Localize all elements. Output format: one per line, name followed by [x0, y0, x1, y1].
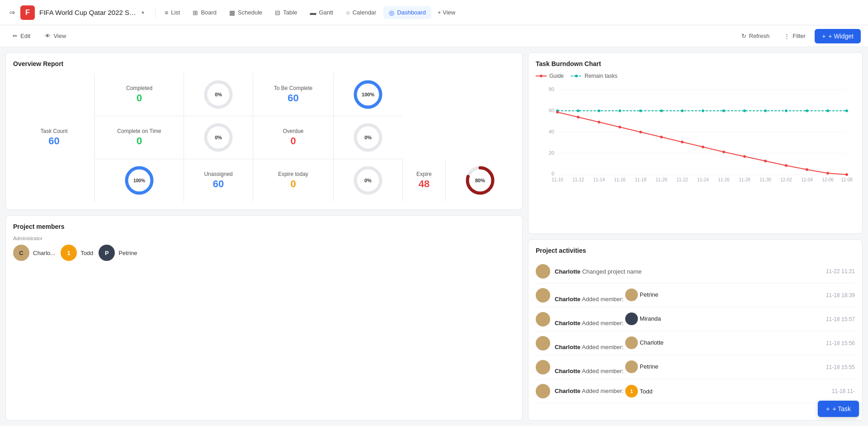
refresh-button[interactable]: ↻ Refresh [736, 30, 775, 42]
filter-icon: ⋮ [784, 33, 790, 39]
expire-today-donut-cell: 0% [333, 159, 402, 202]
add-task-button[interactable]: + + Task [818, 401, 859, 417]
chevron-down-icon: ▾ [142, 9, 144, 16]
edit-icon: ✏ [13, 33, 18, 39]
svg-point-28 [639, 109, 642, 112]
completed-donut-cell: 0% [184, 73, 253, 116]
add-view-button[interactable]: + View [433, 6, 460, 19]
svg-point-42 [618, 126, 621, 128]
activity-time-2: 11-18 18:39 [826, 292, 855, 298]
nav-list-label: List [171, 9, 180, 16]
nav-table-button[interactable]: ⊟ Table [269, 6, 302, 19]
svg-text:40: 40 [549, 129, 554, 134]
edit-label: Edit [20, 33, 30, 39]
nav-schedule-button[interactable]: ▦ Schedule [224, 6, 268, 19]
remain-line-icon [571, 74, 582, 78]
to-be-complete-label: To Be Complete [259, 85, 328, 92]
activity-actor-6: Charlotte [555, 388, 580, 394]
svg-point-49 [764, 160, 767, 162]
activity-member-2: Petrine [625, 289, 658, 301]
activity-text-1: Charlotte Changed project name [555, 268, 821, 275]
activity-text-6: Charlotte Added member: 1 Todd [555, 385, 827, 398]
activity-member-avatar-3 [625, 312, 638, 325]
unassigned-value: 60 [188, 178, 249, 190]
nav-board-label: Board [201, 9, 217, 16]
activity-member-name-5: Petrine [640, 363, 658, 370]
svg-text:11-24: 11-24 [697, 177, 709, 182]
members-section: Administrator C Charlo... 1 Todd P Petri… [13, 236, 515, 261]
nav-calendar-button[interactable]: ○ Calendar [340, 6, 382, 19]
member-name-todd: Todd [80, 250, 93, 256]
svg-point-43 [639, 131, 642, 133]
activity-actor-1: Charlotte [555, 268, 580, 275]
svg-point-34 [764, 109, 767, 112]
nav-toggle-button[interactable]: ⇒ [5, 5, 19, 19]
filter-button[interactable]: ⋮ Filter [778, 30, 811, 42]
unassigned-label-cell: Unassigned 60 [184, 159, 253, 202]
widget-button[interactable]: + + Widget [815, 29, 861, 43]
svg-point-38 [845, 109, 848, 112]
svg-point-13 [575, 75, 578, 77]
to-be-complete-cell: To Be Complete 60 [253, 73, 334, 116]
activity-action-5: Added member: [582, 368, 625, 374]
activity-actor-2: Charlotte [555, 296, 580, 303]
activity-item-2: Charlotte Added member: Petrine 11-18 18… [536, 284, 855, 308]
nav-dashboard-label: Dashboard [397, 9, 426, 16]
list-icon: ≡ [165, 9, 168, 16]
svg-text:12-04: 12-04 [801, 177, 813, 182]
svg-point-11 [540, 75, 542, 77]
completed-label: Completed [100, 85, 178, 92]
activity-time-6: 11-18 11- [832, 388, 855, 394]
complete-on-time-pct-label: 0% [215, 135, 222, 140]
burndown-chart-svg: 80 60 40 20 0 [536, 83, 855, 182]
activity-member-avatar-5 [625, 360, 638, 373]
activity-member-6: 1 Todd [625, 385, 652, 398]
svg-text:12-02: 12-02 [780, 177, 792, 182]
legend-remain: Remain tasks [571, 73, 618, 79]
board-icon: ⊞ [193, 9, 198, 16]
activity-action-3: Added member: [582, 320, 625, 327]
refresh-label: Refresh [749, 33, 770, 39]
activity-actor-3: Charlotte [555, 320, 580, 327]
activity-member-avatar-4 [625, 336, 638, 349]
project-title-wrapper: FIFA World Cup Qatar 2022 Sche... ▾ [39, 9, 144, 16]
activity-item-1: Charlotte Changed project name 11-22 11:… [536, 260, 855, 284]
completed-value: 0 [100, 92, 178, 104]
complete-on-time-cell: Complete on Time 0 [95, 116, 184, 159]
nav-gantt-button[interactable]: ▬ Gantt [304, 6, 339, 19]
activity-action-1: Changed project name [582, 268, 642, 275]
svg-point-35 [785, 109, 788, 112]
activity-item-4: Charlotte Added member: Charlotte 11-18 … [536, 331, 855, 355]
expire-cell: Expire 48 [402, 159, 445, 202]
activity-time-5: 11-18 15:55 [826, 364, 855, 370]
add-task-plus-icon: + [826, 405, 830, 412]
overview-report-card: Overview Report Task Count 60 [5, 52, 523, 210]
svg-text:11-14: 11-14 [593, 177, 605, 182]
svg-point-25 [577, 109, 580, 112]
chart-legend: Guide Remain tasks [536, 73, 855, 79]
nav-list-button[interactable]: ≡ List [159, 6, 185, 19]
calendar-icon: ○ [346, 9, 349, 16]
activity-text-4: Charlotte Added member: Charlotte [555, 336, 821, 350]
activity-action-6: Added member: [582, 388, 625, 394]
svg-text:11-10: 11-10 [552, 177, 563, 182]
svg-point-51 [806, 168, 808, 171]
activity-action-2: Added member: [582, 296, 625, 303]
activity-avatar-charlotte-4 [536, 336, 550, 350]
svg-point-44 [660, 136, 663, 138]
svg-point-31 [702, 109, 704, 112]
nav-board-button[interactable]: ⊞ Board [187, 6, 222, 19]
svg-text:11-16: 11-16 [614, 177, 626, 182]
svg-point-40 [577, 116, 580, 118]
add-view-label: + View [438, 9, 455, 16]
svg-point-37 [826, 109, 829, 112]
view-button[interactable]: 👁 View [39, 30, 71, 42]
expire-value: 48 [408, 178, 440, 190]
activity-item-6: Charlotte Added member: 1 Todd 11-18 11- [536, 379, 855, 403]
toolbar: ✏ Edit 👁 View ↻ Refresh ⋮ Filter + + Wid… [0, 25, 868, 47]
nav-divider [155, 7, 156, 18]
edit-button[interactable]: ✏ Edit [7, 30, 36, 42]
to-be-complete-value: 60 [259, 92, 328, 104]
overdue-value: 0 [259, 135, 328, 147]
nav-dashboard-button[interactable]: ◎ Dashboard [383, 6, 431, 19]
